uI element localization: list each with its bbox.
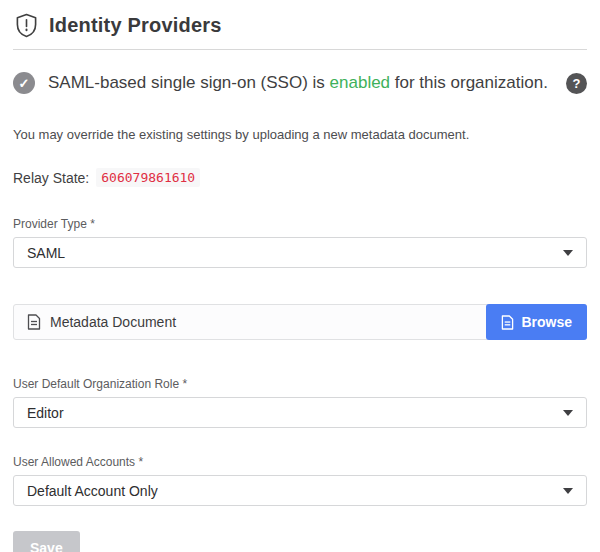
metadata-document-row: Metadata Document Browse — [13, 304, 587, 340]
sso-status-banner: ✓ SAML-based single sign-on (SSO) is ena… — [13, 72, 587, 94]
browse-button[interactable]: Browse — [486, 304, 587, 340]
relay-state-value: 606079861610 — [96, 168, 200, 187]
user-allowed-accounts-label: User Allowed Accounts * — [13, 455, 587, 469]
user-default-org-role-value: Editor — [27, 405, 64, 421]
check-circle-icon: ✓ — [13, 72, 35, 94]
user-allowed-accounts-value: Default Account Only — [27, 483, 158, 499]
caret-down-icon — [563, 250, 573, 256]
override-description: You may override the existing settings b… — [13, 127, 587, 142]
provider-type-label: Provider Type * — [13, 217, 587, 231]
metadata-document-input[interactable]: Metadata Document — [14, 305, 487, 339]
page-header: Identity Providers — [13, 0, 587, 50]
status-text-after: for this organization. — [390, 73, 548, 92]
relay-state-label: Relay State: — [13, 170, 89, 186]
file-document-icon — [27, 314, 41, 330]
question-circle-icon[interactable]: ? — [566, 73, 587, 94]
caret-down-icon — [563, 488, 573, 494]
identity-providers-page: Identity Providers ✓ SAML-based single s… — [0, 0, 600, 552]
caret-down-icon — [563, 410, 573, 416]
provider-type-select[interactable]: SAML — [13, 237, 587, 268]
provider-type-value: SAML — [27, 245, 65, 261]
user-allowed-accounts-group: User Allowed Accounts * Default Account … — [13, 455, 587, 506]
status-enabled-highlight: enabled — [330, 73, 391, 92]
status-text-before: SAML-based single sign-on (SSO) is — [48, 73, 330, 92]
user-default-org-role-select[interactable]: Editor — [13, 397, 587, 428]
page-title: Identity Providers — [49, 14, 222, 37]
user-default-org-role-label: User Default Organization Role * — [13, 377, 587, 391]
provider-type-group: Provider Type * SAML — [13, 217, 587, 268]
user-default-org-role-group: User Default Organization Role * Editor — [13, 377, 587, 428]
save-row: Save — [13, 531, 587, 552]
sso-status-text: SAML-based single sign-on (SSO) is enabl… — [48, 73, 548, 93]
metadata-document-label: Metadata Document — [50, 314, 176, 330]
save-button[interactable]: Save — [13, 531, 80, 552]
file-document-icon — [501, 315, 514, 330]
user-allowed-accounts-select[interactable]: Default Account Only — [13, 475, 587, 506]
shield-exclamation-icon — [15, 13, 38, 38]
relay-state-row: Relay State: 606079861610 — [13, 168, 587, 187]
browse-button-label: Browse — [521, 314, 572, 330]
